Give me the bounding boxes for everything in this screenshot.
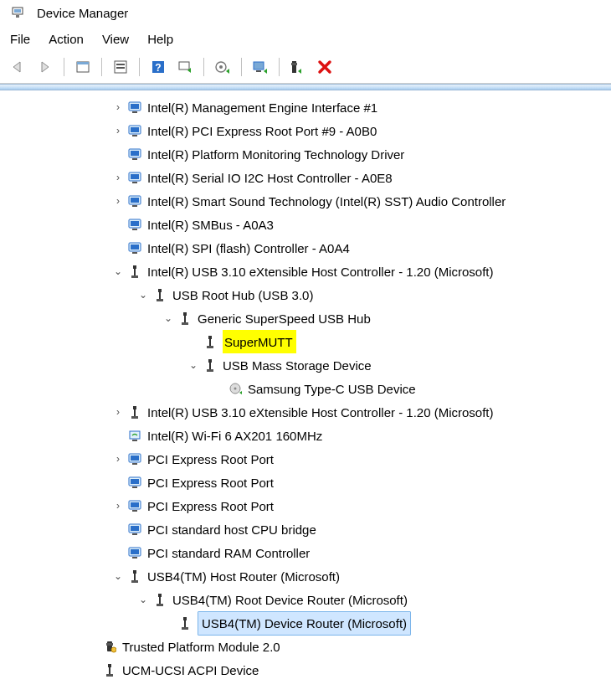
svg-rect-2 <box>16 15 19 18</box>
device-label: UCM-UCSI ACPI Device <box>122 659 259 682</box>
device-card-icon <box>127 240 142 255</box>
device-tree[interactable]: › Intel(R) Management Engine Interface #… <box>0 90 611 682</box>
tree-item[interactable]: ⌄ USB4(TM) Host Router (Microsoft) <box>10 564 611 588</box>
menu-help[interactable]: Help <box>147 32 173 46</box>
help-button[interactable]: ? <box>146 56 170 78</box>
usb-icon <box>152 287 167 302</box>
expand-collapse-icon[interactable]: › <box>110 96 126 119</box>
expand-collapse-icon[interactable]: › <box>110 401 126 424</box>
device-card-icon <box>127 451 142 466</box>
tree-item[interactable]: › Intel(R) USB 3.10 eXtensible Host Cont… <box>10 400 611 424</box>
back-button[interactable] <box>7 56 30 78</box>
expand-collapse-icon[interactable]: › <box>110 120 126 142</box>
expand-collapse-icon[interactable]: ⌄ <box>110 565 126 588</box>
device-card-icon <box>127 498 142 513</box>
device-label: PCI Express Root Port <box>147 448 274 471</box>
update-driver-button[interactable] <box>211 56 234 78</box>
toolbar-separator <box>279 58 280 76</box>
tree-item[interactable]: ⌄ USB Mass Storage Device <box>10 353 611 377</box>
device-label: Intel(R) USB 3.10 eXtensible Host Contro… <box>147 260 494 283</box>
expand-collapse-icon[interactable]: › <box>110 495 126 517</box>
device-label: PCI standard host CPU bridge <box>147 518 316 541</box>
usb-icon <box>102 662 117 677</box>
disable-device-button[interactable] <box>313 56 336 78</box>
tree-item[interactable]: › Intel(R) Serial IO I2C Host Controller… <box>10 166 611 189</box>
window-title: Device Manager <box>37 6 128 20</box>
tree-item-supermutt[interactable]: SuperMUTT <box>10 330 611 353</box>
tree-item[interactable]: Intel(R) Platform Monitoring Technology … <box>10 142 611 166</box>
tree-item[interactable]: › PCI Express Root Port <box>10 447 611 471</box>
device-label-highlighted: SuperMUTT <box>223 330 296 353</box>
tree-item[interactable]: › Intel(R) PCI Express Root Port #9 - A0… <box>10 119 611 142</box>
tree-item[interactable]: › PCI Express Root Port <box>10 494 611 517</box>
svg-rect-13 <box>254 62 264 69</box>
device-label: Trusted Platform Module 2.0 <box>122 636 280 658</box>
content-top-border <box>0 84 611 90</box>
device-label: Intel(R) USB 3.10 eXtensible Host Contro… <box>147 401 494 424</box>
properties-button[interactable] <box>109 56 132 78</box>
titlebar: Device Manager <box>0 0 611 23</box>
forward-button[interactable] <box>33 56 57 78</box>
device-card-icon <box>127 193 142 208</box>
tree-item[interactable]: Samsung Type-C USB Device <box>10 377 611 400</box>
device-label: USB Root Hub (USB 3.0) <box>172 284 313 306</box>
wifi-icon <box>127 428 142 443</box>
menu-action[interactable]: Action <box>49 32 84 46</box>
menu-view[interactable]: View <box>102 32 129 46</box>
device-card-icon <box>127 123 142 138</box>
tree-item[interactable]: Intel(R) Wi-Fi 6 AX201 160MHz <box>10 424 611 447</box>
expand-collapse-icon[interactable]: › <box>110 167 126 189</box>
toolbar: ? <box>0 53 611 84</box>
device-label: Intel(R) PCI Express Root Port #9 - A0B0 <box>147 120 377 142</box>
enable-device-button[interactable] <box>249 56 272 78</box>
tree-item[interactable]: › Intel(R) Smart Sound Technology (Intel… <box>10 189 611 213</box>
toolbar-separator <box>101 58 102 76</box>
usb-icon <box>177 615 193 631</box>
tree-item[interactable]: › Intel(R) Management Engine Interface #… <box>10 95 611 119</box>
uninstall-device-button[interactable] <box>286 56 310 78</box>
expand-collapse-icon[interactable]: ⌄ <box>136 589 151 611</box>
device-label: USB4(TM) Root Device Router (Microsoft) <box>172 589 408 611</box>
device-label: Intel(R) Management Engine Interface #1 <box>147 96 377 119</box>
tree-item[interactable]: ⌄ Generic SuperSpeed USB Hub <box>10 306 611 330</box>
tree-item[interactable]: Intel(R) SPI (flash) Controller - A0A4 <box>10 236 611 260</box>
device-card-icon <box>127 147 142 162</box>
tree-item[interactable]: Trusted Platform Module 2.0 <box>10 635 611 658</box>
tree-item[interactable]: ⌄ USB4(TM) Root Device Router (Microsoft… <box>10 588 611 611</box>
svg-rect-1 <box>14 9 21 13</box>
expand-collapse-icon[interactable]: › <box>110 190 126 213</box>
tree-item[interactable]: PCI Express Root Port <box>10 471 611 494</box>
usb-icon <box>127 569 142 584</box>
device-card-icon <box>127 475 142 490</box>
usb-icon <box>177 311 193 326</box>
tree-item[interactable]: ⌄ Intel(R) USB 3.10 eXtensible Host Cont… <box>10 260 611 283</box>
usb-icon <box>127 404 142 419</box>
disk-icon <box>228 381 243 396</box>
tree-item[interactable]: ⌄ USB Root Hub (USB 3.0) <box>10 283 611 306</box>
device-label: USB4(TM) Host Router (Microsoft) <box>147 565 340 588</box>
usb-icon <box>203 334 218 349</box>
expand-collapse-icon[interactable]: ⌄ <box>110 260 126 283</box>
tree-item[interactable]: PCI standard RAM Controller <box>10 541 611 564</box>
device-card-icon <box>127 545 142 560</box>
expand-collapse-icon[interactable]: ⌄ <box>136 284 151 306</box>
usb-icon <box>127 264 142 279</box>
scan-hardware-button[interactable] <box>173 56 197 78</box>
expand-collapse-icon[interactable]: ⌄ <box>161 307 176 330</box>
usb-icon <box>152 592 167 607</box>
device-label: PCI Express Root Port <box>147 495 274 517</box>
app-icon <box>10 5 25 20</box>
expand-collapse-icon[interactable]: › <box>110 448 126 471</box>
device-label: Intel(R) Serial IO I2C Host Controller -… <box>147 167 393 189</box>
svg-rect-14 <box>256 70 261 72</box>
device-label: PCI standard RAM Controller <box>147 542 310 564</box>
tree-item-selected[interactable]: USB4(TM) Device Router (Microsoft) <box>10 611 611 635</box>
show-hide-tree-button[interactable] <box>71 56 95 78</box>
device-label: Samsung Type-C USB Device <box>248 378 416 400</box>
tree-item[interactable]: UCM-UCSI ACPI Device <box>10 658 611 682</box>
device-label: Intel(R) Platform Monitoring Technology … <box>147 143 404 166</box>
tree-item[interactable]: Intel(R) SMBus - A0A3 <box>10 213 611 236</box>
menu-file[interactable]: File <box>10 32 30 46</box>
tree-item[interactable]: PCI standard host CPU bridge <box>10 517 611 541</box>
expand-collapse-icon[interactable]: ⌄ <box>186 354 201 377</box>
